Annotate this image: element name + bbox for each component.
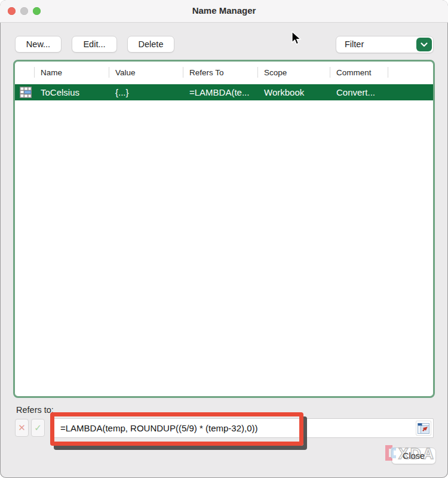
range-selector-icon[interactable] <box>416 421 431 436</box>
check-icon: ✓ <box>34 422 42 433</box>
x-icon: ✕ <box>18 422 26 433</box>
row-name: ToCelsius <box>35 84 109 100</box>
filter-dropdown[interactable]: Filter <box>336 36 434 53</box>
header-icon-column <box>15 62 35 83</box>
row-value: {...} <box>109 84 183 100</box>
cancel-edit-button[interactable]: ✕ <box>15 419 29 437</box>
refers-to-field[interactable] <box>52 418 434 438</box>
header-scope[interactable]: Scope <box>258 62 330 83</box>
window-title: Name Manager <box>0 5 448 16</box>
refers-to-label: Refers to: <box>16 405 54 415</box>
header-refers-to[interactable]: Refers To <box>183 62 258 83</box>
formula-input[interactable] <box>53 419 411 437</box>
named-range-icon <box>15 84 35 100</box>
header-comment[interactable]: Comment <box>330 62 388 83</box>
accept-edit-button[interactable]: ✓ <box>31 419 45 437</box>
table-header: Name Value Refers To Scope Comment <box>15 62 433 83</box>
row-refers-to: =LAMBDA(te... <box>183 84 258 100</box>
name-manager-dialog: Name Manager New... Edit... Delete Filte… <box>0 0 448 478</box>
new-button[interactable]: New... <box>15 36 62 53</box>
names-table: Name Value Refers To Scope Comment ToCel… <box>13 60 435 398</box>
mouse-cursor-icon <box>291 31 302 48</box>
close-button[interactable]: Close <box>391 448 436 464</box>
row-comment: Convert... <box>330 84 388 100</box>
row-scope: Workbook <box>258 84 330 100</box>
header-name[interactable]: Name <box>35 62 109 83</box>
edit-button[interactable]: Edit... <box>72 36 117 53</box>
table-row[interactable]: ToCelsius {...} =LAMBDA(te... Workbook C… <box>15 84 433 100</box>
titlebar: Name Manager <box>0 0 448 23</box>
header-value[interactable]: Value <box>109 62 183 83</box>
filter-label: Filter <box>345 39 364 49</box>
row-filler <box>388 84 433 100</box>
delete-button[interactable]: Delete <box>127 36 174 53</box>
chevron-down-icon[interactable] <box>416 38 432 51</box>
header-filler <box>388 62 433 83</box>
